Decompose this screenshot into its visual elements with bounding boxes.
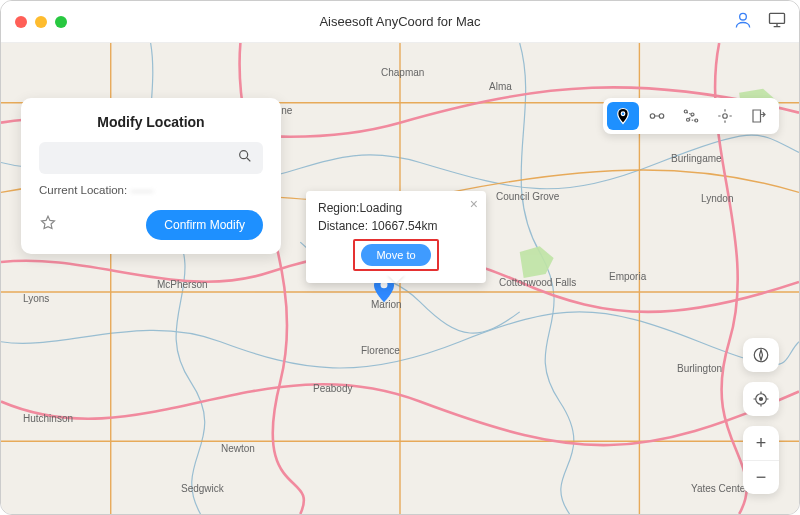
confirm-modify-button[interactable]: Confirm Modify bbox=[146, 210, 263, 240]
location-search-box[interactable] bbox=[39, 142, 263, 174]
titlebar: Aiseesoft AnyCoord for Mac bbox=[1, 1, 799, 43]
popup-region-row: Region:Loading bbox=[318, 201, 474, 215]
popup-distance-label: Distance: bbox=[318, 219, 368, 233]
fullscreen-window-button[interactable] bbox=[55, 16, 67, 28]
one-stop-mode-button[interactable] bbox=[641, 102, 673, 130]
popup-region-label: Region: bbox=[318, 201, 359, 215]
mode-toolbar bbox=[603, 98, 779, 134]
account-icon[interactable] bbox=[733, 10, 753, 34]
favorite-star-icon[interactable] bbox=[39, 214, 57, 236]
svg-point-11 bbox=[723, 114, 728, 119]
map-side-controls: + − bbox=[743, 338, 779, 494]
close-window-button[interactable] bbox=[15, 16, 27, 28]
modify-location-panel: Modify Location Current Location: —— Con… bbox=[21, 98, 281, 254]
panel-heading: Modify Location bbox=[39, 114, 263, 130]
svg-point-4 bbox=[621, 112, 625, 116]
svg-point-0 bbox=[740, 13, 747, 20]
compass-button[interactable] bbox=[743, 338, 779, 372]
map-canvas[interactable]: Abilene Chapman Alma Council Grove McPhe… bbox=[1, 43, 799, 514]
minimize-window-button[interactable] bbox=[35, 16, 47, 28]
svg-point-14 bbox=[760, 398, 763, 401]
modify-location-mode-button[interactable] bbox=[607, 102, 639, 130]
svg-rect-1 bbox=[770, 13, 785, 23]
joystick-mode-button[interactable] bbox=[709, 102, 741, 130]
location-popup: × Region:Loading Distance: 10667.54km Mo… bbox=[306, 191, 486, 283]
window-controls bbox=[15, 16, 67, 28]
zoom-in-button[interactable]: + bbox=[743, 426, 779, 460]
svg-point-5 bbox=[650, 114, 655, 119]
current-location-value: —— bbox=[130, 184, 153, 196]
moveto-highlight-box: Move to bbox=[353, 239, 439, 271]
display-icon[interactable] bbox=[767, 10, 787, 34]
app-title: Aiseesoft AnyCoord for Mac bbox=[1, 14, 799, 29]
current-location-label: Current Location: bbox=[39, 184, 127, 196]
popup-region-value: Loading bbox=[359, 201, 402, 215]
svg-point-2 bbox=[240, 151, 248, 159]
popup-distance-value: 10667.54km bbox=[371, 219, 437, 233]
svg-point-6 bbox=[659, 114, 664, 119]
locate-me-button[interactable] bbox=[743, 382, 779, 416]
export-gpx-button[interactable] bbox=[743, 102, 775, 130]
location-search-input[interactable] bbox=[49, 151, 237, 165]
current-location-row: Current Location: —— bbox=[39, 184, 263, 196]
zoom-out-button[interactable]: − bbox=[743, 460, 779, 494]
multi-stop-mode-button[interactable] bbox=[675, 102, 707, 130]
app-window: Aiseesoft AnyCoord for Mac bbox=[0, 0, 800, 515]
popup-distance-row: Distance: 10667.54km bbox=[318, 219, 474, 233]
move-to-button[interactable]: Move to bbox=[361, 244, 430, 266]
popup-close-icon[interactable]: × bbox=[470, 197, 478, 211]
search-icon[interactable] bbox=[237, 148, 253, 168]
